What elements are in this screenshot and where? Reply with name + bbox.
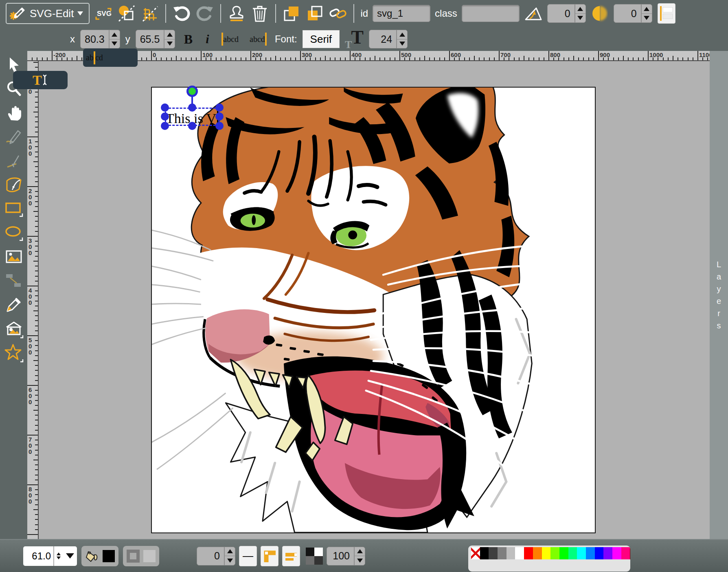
angle-down-button[interactable] (575, 14, 585, 23)
palette-swatch[interactable] (559, 547, 568, 559)
stroke-width-down-button[interactable] (225, 556, 235, 565)
tool-star[interactable] (4, 343, 24, 363)
y-value[interactable]: 65.5 (136, 30, 164, 48)
angle-up-button[interactable] (575, 4, 585, 14)
angle-value[interactable]: 0 (548, 4, 575, 22)
text-anchor-middle-button[interactable]: abcd (83, 48, 138, 67)
tool-connector[interactable] (4, 271, 24, 290)
tool-path[interactable] (4, 175, 24, 194)
tool-image[interactable] (4, 247, 24, 266)
main-menu-button[interactable]: SVG-Edit (6, 3, 90, 24)
palette-swatch[interactable] (515, 547, 524, 559)
opacity-up-button[interactable] (355, 547, 365, 557)
tool-line[interactable] (4, 151, 24, 170)
y-down-button[interactable] (164, 40, 175, 48)
text-anchor-end-button[interactable]: abcd (247, 29, 270, 49)
linecap-button[interactable] (282, 546, 300, 566)
zoom-spinner[interactable] (54, 546, 63, 566)
stroke-color-swatch[interactable] (143, 550, 156, 562)
palette-swatch[interactable] (568, 547, 577, 559)
palette-swatch[interactable] (533, 547, 542, 559)
palette-swatch[interactable] (524, 547, 533, 559)
palette-swatch[interactable] (621, 547, 630, 559)
palette-swatch[interactable] (612, 547, 621, 559)
stroke-color-control[interactable] (123, 546, 159, 566)
palette-swatch[interactable] (542, 547, 551, 559)
palette-swatch[interactable] (498, 547, 507, 559)
layers-panel-toggle[interactable]: Layers (710, 51, 728, 539)
palette-swatch[interactable] (480, 547, 489, 559)
make-link-button[interactable] (329, 4, 347, 23)
tool-eyedropper[interactable] (4, 295, 24, 315)
palette-swatch[interactable] (586, 547, 595, 559)
font-size-up-button[interactable] (397, 30, 407, 40)
fill-color-swatch[interactable] (103, 550, 115, 562)
palette-swatch[interactable] (595, 547, 604, 559)
x-value[interactable]: 80.3 (81, 30, 109, 48)
zoom-dropdown-button[interactable] (63, 546, 77, 566)
move-to-back-button[interactable] (305, 4, 324, 23)
selection-handle-s[interactable] (188, 122, 196, 130)
tool-text[interactable]: T (13, 71, 68, 89)
tool-shape-library[interactable] (4, 319, 24, 339)
grid-button[interactable] (140, 4, 159, 23)
bold-button[interactable]: B (180, 32, 196, 47)
x-up-button[interactable] (110, 30, 120, 40)
source-editor-button[interactable]: SVG (94, 4, 113, 23)
opacity-down-button[interactable] (355, 556, 365, 565)
selection-handle-ne[interactable] (215, 103, 224, 112)
fill-color-control[interactable] (81, 546, 118, 566)
stroke-style-button[interactable]: — (239, 546, 257, 566)
palette-swatch[interactable] (630, 547, 630, 559)
selection-handle-sw[interactable] (161, 122, 169, 130)
clone-button[interactable] (227, 4, 246, 23)
palette-swatch[interactable] (489, 547, 498, 559)
selection-handle-n[interactable] (188, 103, 196, 112)
svg-canvas[interactable]: This is V7 (151, 87, 596, 533)
delete-button[interactable] (250, 4, 269, 23)
opacity-value[interactable]: 100 (327, 547, 354, 565)
tool-rect[interactable] (4, 199, 24, 218)
rotate-handle[interactable] (186, 86, 198, 97)
linejoin-button[interactable] (261, 546, 278, 566)
palette-swatch[interactable] (507, 547, 515, 559)
class-input[interactable] (462, 5, 520, 22)
undo-button[interactable] (172, 4, 191, 23)
id-label: id (360, 8, 368, 19)
id-input[interactable] (373, 5, 430, 22)
palette-swatch[interactable] (603, 547, 612, 559)
tool-pencil[interactable] (4, 127, 24, 146)
ruler-tick (310, 57, 311, 60)
text-anchor-start-button[interactable]: abcd (219, 29, 241, 49)
wireframe-mode-button[interactable] (117, 4, 136, 23)
selection-handle-e[interactable] (215, 112, 224, 121)
zoom-value[interactable]: 61.0 (23, 546, 53, 566)
palette-swatch-none[interactable] (471, 547, 480, 559)
ruler-tick (35, 475, 38, 475)
palette-swatch[interactable] (550, 547, 559, 559)
selection-handle-w[interactable] (161, 112, 169, 121)
tool-ellipse[interactable] (4, 223, 24, 242)
italic-button[interactable]: i (201, 32, 213, 46)
properties-panel-button[interactable] (658, 3, 675, 24)
selection-handle-nw[interactable] (161, 103, 169, 112)
redo-button[interactable] (195, 4, 214, 23)
palette-swatch[interactable] (577, 547, 586, 559)
font-size-down-button[interactable] (397, 40, 407, 48)
selection-handle-se[interactable] (215, 122, 224, 130)
opacity-checkerboard-icon[interactable] (306, 548, 323, 565)
font-family-button[interactable]: Serif (303, 30, 340, 48)
anchor-sample-text: abcd (223, 35, 239, 44)
font-size-value[interactable]: 24 (369, 30, 396, 48)
ruler-tick (330, 57, 331, 60)
ruler-tick (166, 57, 167, 60)
y-up-button[interactable] (164, 30, 175, 40)
blur-value[interactable]: 0 (614, 4, 641, 22)
stroke-width-up-button[interactable] (225, 547, 235, 557)
move-to-front-button[interactable] (282, 4, 301, 23)
blur-up-button[interactable] (642, 4, 652, 14)
blur-down-button[interactable] (642, 14, 652, 23)
x-down-button[interactable] (110, 40, 120, 48)
stroke-width-value[interactable]: 0 (197, 547, 224, 565)
tool-pan[interactable] (4, 103, 24, 122)
